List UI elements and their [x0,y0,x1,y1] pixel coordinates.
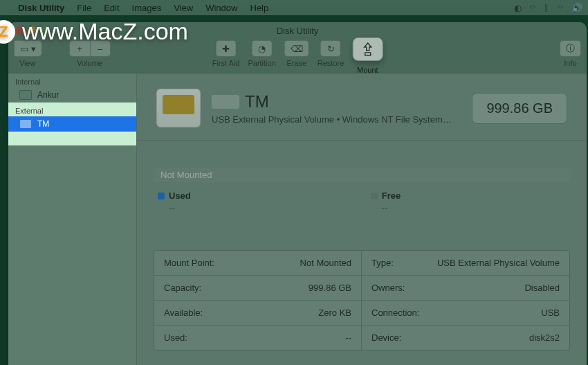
used-label: Used [169,190,191,201]
menu-window[interactable]: Window [205,3,237,13]
volume-size: 999.86 GB [472,93,567,124]
available-label: Available: [164,308,203,318]
used-row-value: -- [345,332,351,343]
sidebar-spacer [8,132,136,145]
drive-icon [156,89,201,127]
first-aid-label: First Aid [212,59,240,67]
main-pane: TM USB External Physical Volume • Window… [137,73,587,365]
wifi-icon[interactable]: ⌔ [558,3,563,13]
volume-subtitle: USB External Physical Volume • Windows N… [212,114,452,125]
watermark-logo: Z [0,20,15,44]
sidebar-item-tm[interactable]: TM [8,116,136,132]
sidebar-header-external: External [8,103,136,116]
status-bar: Not Mounted [154,168,570,182]
view-label: View [19,59,36,67]
mount-point-label: Mount Point: [164,258,214,268]
sidebar: Internal Ankur External TM [8,73,137,365]
usage-summary: Used -- Free -- [137,188,587,215]
sidebar-header-internal: Internal [8,73,136,87]
menu-file[interactable]: File [77,3,91,13]
redacted-icon [212,95,239,109]
connection-label: Connection: [371,308,419,318]
free-swatch-icon [371,193,378,199]
erase-label: Erase [286,59,306,67]
disk-icon [19,90,32,100]
svg-rect-0 [365,53,370,55]
capacity-value: 999.86 GB [309,283,351,293]
watermark-text: www.MacZ.com [22,18,188,45]
volume-icon[interactable]: 🔊 [571,3,582,13]
sidebar-item-label: TM [37,119,49,129]
watermark: Z www.MacZ.com [0,18,580,45]
owners-value: Disabled [524,283,560,293]
menu-view[interactable]: View [174,3,193,13]
type-label: Type: [371,258,394,268]
wifi-router-icon[interactable]: ⌔ [530,3,535,13]
free-label: Free [382,190,401,201]
sidebar-item-label: Ankur [37,90,59,100]
used-swatch-icon [158,193,165,199]
restore-label: Restore [318,59,344,67]
volume-title: TM [212,92,452,112]
sync-status-icon[interactable]: ◐ [514,3,522,13]
menu-images[interactable]: Images [132,3,162,13]
partition-label: Partition [248,59,275,67]
type-value: USB External Physical Volume [437,258,560,268]
info-table: Mount Point:Not Mounted Type:USB Externa… [154,250,570,350]
volume-label: Volume [77,59,102,67]
available-value: Zero KB [318,308,351,318]
menu-edit[interactable]: Edit [104,3,119,13]
info-label: Info [564,59,576,67]
system-menubar: Disk Utility File Edit Images View Windo… [0,0,588,15]
app-menu[interactable]: Disk Utility [18,3,64,13]
device-label: Device: [371,332,401,343]
disk-icon [19,119,32,129]
menu-help[interactable]: Help [250,3,268,13]
owners-label: Owners: [371,283,405,293]
sidebar-item-ankur[interactable]: Ankur [8,87,136,103]
free-value: -- [382,202,401,213]
capacity-label: Capacity: [164,283,201,293]
used-row-label: Used: [164,332,187,343]
bluetooth-icon[interactable]: ᛒ [544,3,549,13]
disk-utility-window: Disk Utility ▭ ▾ View + – Volume ✚ [8,22,587,365]
mount-point-value: Not Mounted [300,258,351,268]
device-value: disk2s2 [529,332,560,343]
connection-value: USB [541,308,560,318]
used-value: -- [169,202,191,213]
